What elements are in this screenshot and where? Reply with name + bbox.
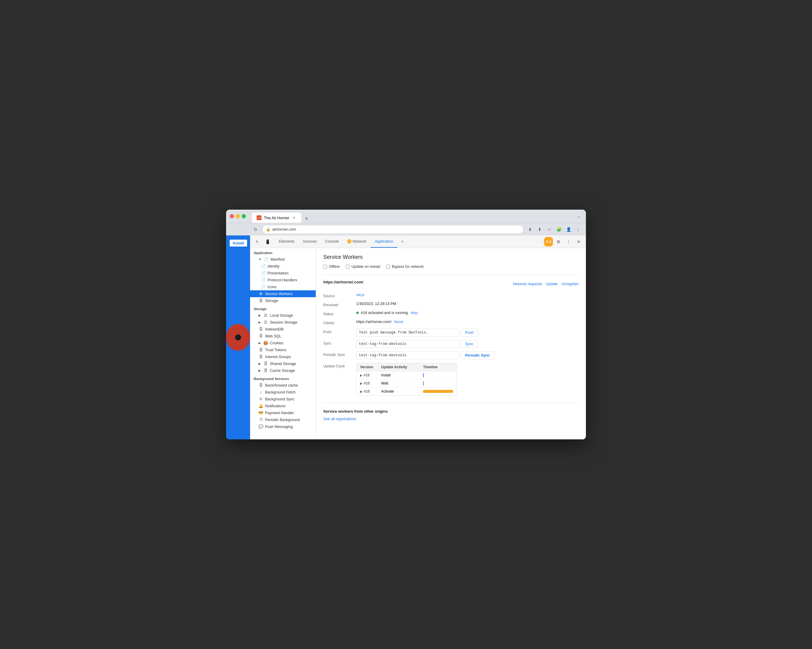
cursor-icon[interactable]: ↖ bbox=[252, 237, 262, 246]
bypass-for-network-checkbox[interactable]: Bypass for network bbox=[386, 264, 424, 269]
profile-icon[interactable]: 👤 bbox=[564, 225, 573, 234]
new-tab-button[interactable]: + bbox=[302, 214, 311, 223]
devtools-toolbar: ↖ 📱 Elements Sources Console ⚠ Net bbox=[250, 235, 586, 248]
tab-application[interactable]: Application bbox=[371, 235, 397, 248]
section-divider bbox=[323, 275, 579, 275]
sidebar-item-cookies[interactable]: ▶ 🍪 Cookies bbox=[250, 339, 316, 347]
sidebar-item-back-forward-cache[interactable]: 🗄 Back/forward cache bbox=[250, 382, 316, 389]
row-wait-version-text: #16 bbox=[364, 381, 370, 385]
periodic-sync-label: Periodic Sync bbox=[323, 351, 356, 357]
tab-more[interactable]: » bbox=[397, 235, 408, 248]
sidebar-item-session-storage[interactable]: ▶ ☰ Session Storage bbox=[250, 319, 316, 326]
status-label: Status bbox=[323, 311, 356, 316]
sidebar-item-storage-app[interactable]: 🗄 Storage bbox=[250, 297, 316, 304]
network-requests-link[interactable]: Network requests bbox=[513, 282, 542, 286]
sidebar-item-service-workers[interactable]: ⚙ Service Workers bbox=[250, 290, 316, 297]
device-icon[interactable]: 📱 bbox=[263, 237, 272, 246]
close-devtools-button[interactable]: ✕ bbox=[574, 237, 583, 246]
application-section-header: Application bbox=[250, 248, 316, 256]
devtools-panel: ↖ 📱 Elements Sources Console ⚠ Net bbox=[250, 235, 586, 439]
source-file-link[interactable]: sw.js bbox=[356, 293, 364, 297]
sidebar-item-background-fetch[interactable]: ↕ Background Fetch bbox=[250, 389, 316, 396]
extension-icon[interactable]: 🧩 bbox=[555, 225, 563, 234]
back-button[interactable]: ← bbox=[230, 225, 238, 234]
sidebar-item-presentation[interactable]: 📄 Presentation bbox=[250, 270, 316, 276]
url-text: airhorner.com bbox=[272, 227, 296, 232]
more-options-icon[interactable]: ⋮ bbox=[564, 237, 573, 246]
see-all-link[interactable]: See all registrations bbox=[323, 417, 356, 421]
close-traffic-light[interactable] bbox=[230, 214, 234, 218]
sidebar-item-trust-tokens[interactable]: 🗄 Trust Tokens bbox=[250, 347, 316, 353]
sidebar-item-notifications[interactable]: 🔔 Notifications bbox=[250, 403, 316, 409]
update-on-reload-checkbox[interactable]: Update on reload bbox=[346, 264, 380, 269]
update-cycle-row-wait: ▶ #16 Wait bbox=[357, 379, 457, 388]
update-cycle-label: Update Cycle bbox=[323, 363, 356, 368]
offline-checkbox[interactable]: Offline bbox=[323, 264, 340, 269]
push-input[interactable] bbox=[356, 329, 458, 336]
sidebar-item-identity[interactable]: 📄 Identity bbox=[250, 263, 316, 270]
tab-network[interactable]: ⚠ Network bbox=[343, 235, 371, 248]
sidebar-item-background-sync[interactable]: ↻ Background Sync bbox=[250, 396, 316, 403]
settings-icon[interactable]: ⚙ bbox=[554, 237, 563, 246]
sync-button[interactable]: Sync bbox=[461, 340, 478, 348]
background-services-header: Background Services bbox=[250, 374, 316, 382]
sw-received-row: Received 1/30/2023, 12:28:14 PM bbox=[323, 302, 579, 307]
share-icon[interactable]: ⬆ bbox=[536, 225, 544, 234]
row-install-arrow: ▶ bbox=[360, 374, 363, 377]
sw-clients-row: Clients https://airhorner.com/ focus bbox=[323, 320, 579, 325]
push-button[interactable]: Push bbox=[461, 329, 478, 336]
sidebar-item-periodic-background[interactable]: ⏱ Periodic Background bbox=[250, 416, 316, 423]
interest-groups-label: Interest Groups bbox=[265, 355, 291, 359]
cookies-label: Cookies bbox=[270, 341, 283, 345]
sidebar-item-local-storage[interactable]: ▶ ☰ Local Storage bbox=[250, 312, 316, 319]
presentation-label: Presentation bbox=[267, 271, 288, 275]
maximize-traffic-light[interactable] bbox=[242, 214, 246, 218]
periodic-sync-input[interactable] bbox=[356, 351, 458, 359]
tab-elements[interactable]: Elements bbox=[275, 235, 299, 248]
update-cycle-container: Version Update Activity Timeline ▶ #16 bbox=[356, 363, 457, 396]
install-button[interactable]: Install bbox=[229, 239, 248, 247]
browser-tab[interactable]: 🎺 The Air Horner ✕ bbox=[252, 213, 301, 223]
download-icon[interactable]: ⬇ bbox=[526, 225, 534, 234]
window-menu-icon[interactable]: ⌄ bbox=[575, 214, 582, 218]
sidebar-item-web-sql[interactable]: 🗄 Web SQL bbox=[250, 333, 316, 339]
address-bar[interactable]: 🔒 airhorner.com bbox=[262, 225, 524, 234]
menu-icon[interactable]: ⋮ bbox=[574, 225, 582, 234]
forward-button[interactable]: → bbox=[241, 225, 249, 234]
sidebar-item-icons[interactable]: 📄 Icons bbox=[250, 283, 316, 290]
tab-sources[interactable]: Sources bbox=[299, 235, 321, 248]
minimize-traffic-light[interactable] bbox=[236, 214, 240, 218]
sidebar-item-protocol-handlers[interactable]: 📄 Protocol Handlers bbox=[250, 276, 316, 283]
update-link[interactable]: Update bbox=[546, 282, 558, 286]
focus-link[interactable]: focus bbox=[394, 320, 403, 324]
sidebar-item-manifest[interactable]: ▼ 📄 Manifest bbox=[250, 256, 316, 263]
periodic-sync-button[interactable]: Periodic Sync bbox=[461, 351, 495, 359]
manifest-expand-icon: ▼ bbox=[258, 258, 261, 261]
offline-checkbox-input[interactable] bbox=[323, 265, 327, 269]
sidebar-item-push-messaging[interactable]: 💬 Push Messaging bbox=[250, 423, 316, 430]
sidebar-item-shared-storage[interactable]: ▶ 🗄 Shared Storage bbox=[250, 360, 316, 367]
bookmark-icon[interactable]: ☆ bbox=[545, 225, 554, 234]
stop-link[interactable]: stop bbox=[411, 311, 418, 315]
reload-button[interactable]: ↻ bbox=[251, 225, 259, 234]
sync-input[interactable] bbox=[356, 340, 458, 348]
devtools-sidebar: Application ▼ 📄 Manifest 📄 Identity 📄 Pr… bbox=[250, 248, 316, 439]
sidebar-item-payment-handler[interactable]: 💳 Payment Handler bbox=[250, 409, 316, 416]
bypass-for-network-checkbox-input[interactable] bbox=[386, 265, 390, 269]
tab-console[interactable]: Console bbox=[321, 235, 343, 248]
notifications-label: Notifications bbox=[265, 404, 285, 408]
icons-label: Icons bbox=[267, 285, 276, 289]
sync-label: Sync bbox=[323, 340, 356, 345]
row-install-version: ▶ #16 bbox=[360, 373, 381, 377]
sidebar-item-cache-storage[interactable]: ▶ 🗄 Cache Storage bbox=[250, 367, 316, 374]
sidebar-item-indexeddb[interactable]: 🗄 IndexedDB bbox=[250, 326, 316, 333]
periodic-background-icon: ⏱ bbox=[258, 417, 263, 422]
sidebar-item-interest-groups[interactable]: 🗄 Interest Groups bbox=[250, 353, 316, 360]
tab-close-button[interactable]: ✕ bbox=[292, 215, 296, 220]
manifest-file-icon: 📄 bbox=[264, 257, 269, 261]
push-messaging-label: Push Messaging bbox=[265, 425, 293, 429]
update-on-reload-checkbox-input[interactable] bbox=[346, 265, 350, 269]
sw-periodic-sync-row: Periodic Sync Periodic Sync bbox=[323, 351, 579, 359]
unregister-link[interactable]: Unregister bbox=[561, 282, 579, 286]
sw-update-cycle-row: Update Cycle Version Update Activity Tim… bbox=[323, 363, 579, 396]
